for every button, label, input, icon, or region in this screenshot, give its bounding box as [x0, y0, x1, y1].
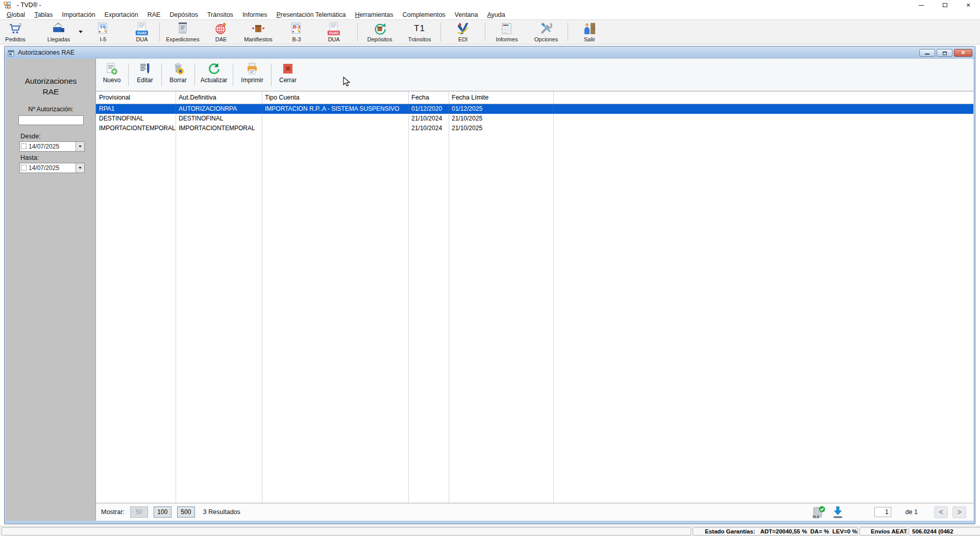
table-footer: Mostrar: 50 100 500 3 Resultados XLS	[96, 503, 973, 521]
num-autorizacion-input[interactable]	[18, 115, 84, 125]
table-row[interactable]: DESTINOFINAL DESTINOFINAL 21/10/2024 21/…	[96, 114, 973, 124]
table-cell: IMPORTACIONTEMPORAL	[176, 124, 262, 133]
toolbar-expediciones[interactable]: Expediciones	[161, 20, 204, 44]
table-cell: IMPORTACIONTEMPORAL	[96, 124, 176, 133]
toolbar-depositos[interactable]: Depósitos	[359, 20, 400, 44]
chevron-left-icon: <	[939, 508, 943, 516]
menu-ayuda[interactable]: Ayuda	[482, 11, 509, 18]
table-cell: DESTINOFINAL	[96, 114, 176, 124]
hasta-dropdown-button[interactable]	[76, 163, 84, 173]
page-number-input[interactable]	[874, 507, 891, 517]
toolbar-dae[interactable]: DAE	[204, 20, 238, 44]
table-row[interactable]: RPA1 AUTORIZACIONRPA IMPORTACION R.P..A …	[96, 104, 973, 114]
report-icon	[500, 21, 514, 36]
maximize-button[interactable]	[933, 0, 957, 10]
checkbox-icon[interactable]	[21, 143, 27, 149]
status-empty-panel	[2, 527, 691, 535]
page-size-50-button[interactable]: 50	[130, 506, 148, 518]
toolbar-llegadas[interactable]: Llegadas	[41, 20, 77, 44]
page-size-500-button[interactable]: 500	[177, 506, 195, 518]
toolbar-separator	[568, 22, 568, 41]
hasta-datepicker[interactable]: 14/07/2025	[19, 163, 85, 173]
table-cell: 21/10/2024	[408, 124, 449, 133]
menu-rae[interactable]: RAE	[143, 11, 165, 18]
inner-close-button[interactable]: ×	[954, 49, 972, 57]
inner-window-content: Autorizaciones RAE Nº Autorización: Desd…	[6, 59, 973, 521]
menu-tablas[interactable]: Tablas	[30, 11, 57, 18]
close-button[interactable]: ×	[957, 0, 980, 10]
toolbar-informes[interactable]: Informes	[487, 20, 527, 44]
cerrar-button[interactable]: Cerrar	[274, 59, 302, 91]
record-toolbar: Nuevo Editar Borrar	[96, 59, 973, 91]
nuevo-button[interactable]: Nuevo	[98, 59, 126, 91]
editar-button[interactable]: Editar	[131, 59, 159, 91]
toolbar-b3[interactable]: B-3 B-3	[279, 20, 314, 44]
hasta-value: 14/07/2025	[29, 164, 76, 172]
inner-minimize-button[interactable]	[919, 49, 935, 57]
download-icon[interactable]	[831, 505, 845, 519]
toolbar-opciones[interactable]: Opciones	[527, 20, 566, 44]
menu-global[interactable]: Global	[2, 11, 30, 18]
pagination-controls: XLS de 1 < >	[812, 505, 973, 519]
duas-blue-document-icon: DUAS	[135, 21, 149, 36]
toolbar-manifiestos[interactable]: Manifiestos	[238, 20, 279, 44]
menu-complementos[interactable]: Complementos	[398, 11, 450, 18]
llegadas-dropdown-arrow[interactable]	[77, 20, 85, 44]
next-page-button[interactable]: >	[952, 506, 966, 518]
column-provisional[interactable]: Provisional	[96, 91, 176, 104]
menu-transitos[interactable]: Tránsitos	[203, 11, 238, 18]
toolbar-dua-red[interactable]: DUAS DUA	[314, 20, 353, 44]
mdi-workspace: Autorizaciones RAE × Autorizaciones RAE …	[0, 44, 980, 526]
toolbar-transitos[interactable]: T1 Tránsitos	[400, 20, 439, 44]
table-row[interactable]: IMPORTACIONTEMPORAL IMPORTACIONTEMPORAL …	[96, 124, 973, 133]
version-text: 506.0244 (0462	[912, 528, 953, 534]
borrar-button[interactable]: Borrar	[164, 59, 192, 91]
menu-exportacion[interactable]: Exportación	[100, 11, 143, 18]
column-filler	[553, 91, 973, 104]
menu-ventana[interactable]: Ventana	[450, 11, 483, 18]
column-fecha[interactable]: Fecha	[408, 91, 449, 104]
desde-dropdown-button[interactable]	[76, 142, 84, 151]
toolbar-pedidos[interactable]: Pedidos	[0, 20, 31, 44]
column-fecha-limite[interactable]: Fecha Límite	[449, 91, 553, 104]
toolbar-edi[interactable]: EDI	[443, 20, 483, 44]
page-size-100-button[interactable]: 100	[154, 506, 172, 518]
previous-page-button[interactable]: <	[934, 506, 948, 518]
menu-importacion[interactable]: Importación	[57, 11, 100, 18]
table-cell: 01/12/2020	[408, 104, 449, 114]
cart-icon	[8, 21, 22, 36]
export-xls-icon[interactable]: XLS	[812, 505, 826, 519]
column-tipo-cuenta[interactable]: Tipo Cuenta	[262, 91, 408, 104]
column-aut-definitiva[interactable]: Aut.Definitiva	[176, 91, 262, 104]
aeat-logo-icon	[456, 21, 470, 36]
status-garantias-panel: Estado Garantías: ADT=20040,55 % DA= % L…	[693, 527, 858, 535]
menu-informes[interactable]: Informes	[238, 11, 272, 18]
checkbox-icon[interactable]	[21, 165, 27, 170]
toolbar-salir[interactable]: Salir	[570, 20, 609, 44]
toolbar-i5[interactable]: I-5 I-5	[89, 20, 117, 44]
desde-value: 14/07/2025	[29, 143, 76, 150]
toolbar-dua-blue[interactable]: DUAS DUA	[128, 20, 156, 44]
desde-datepicker[interactable]: 14/07/2025	[19, 141, 85, 152]
globe-icon	[214, 21, 228, 36]
menu-herramientas[interactable]: Herramientas	[350, 11, 398, 18]
minimize-button[interactable]	[910, 0, 933, 10]
table-cell: AUTORIZACIONRPA	[176, 104, 262, 114]
inner-window-titlebar[interactable]: Autorizaciones RAE ×	[5, 46, 975, 59]
close-icon: ×	[961, 50, 965, 56]
close-red-icon	[281, 62, 295, 76]
filter-sidebar: Autorizaciones RAE Nº Autorización: Desd…	[6, 59, 96, 521]
status-version-panel: 506.0244 (0462	[909, 527, 980, 535]
restore-icon	[943, 52, 947, 55]
menu-presentacion-telematica[interactable]: Presentación Telemática	[272, 11, 351, 18]
chevron-down-icon	[79, 167, 82, 169]
sidebar-heading: Autorizaciones RAE	[6, 76, 95, 98]
imprimir-button[interactable]: Imprimir	[236, 59, 268, 91]
status-bar: Estado Garantías: ADT=20040,55 % DA= % L…	[0, 526, 980, 536]
maximize-icon	[943, 3, 947, 7]
b3-document-icon: B-3	[289, 21, 304, 36]
menu-depositos[interactable]: Depósitos	[165, 11, 203, 18]
inner-restore-button[interactable]	[937, 49, 952, 57]
garantias-icon	[695, 528, 702, 535]
actualizar-button[interactable]: Actualizar	[198, 59, 230, 91]
